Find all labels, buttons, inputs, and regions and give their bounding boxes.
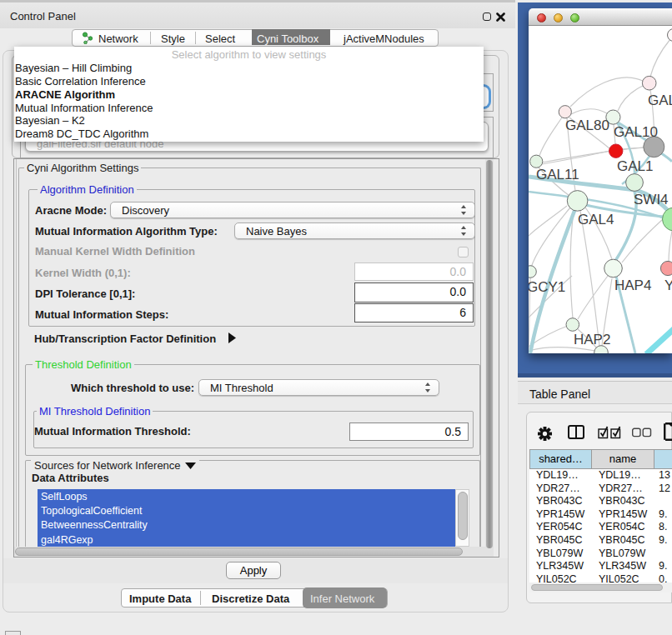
svg-text:GAL7: GAL7: [648, 92, 672, 108]
svg-text:HAP4: HAP4: [614, 278, 651, 293]
svg-text:GAL80: GAL80: [565, 118, 609, 133]
svg-text:GAL10: GAL10: [614, 124, 658, 140]
svg-text:GAL4: GAL4: [578, 212, 614, 228]
svg-text:SWI4: SWI4: [634, 192, 669, 208]
svg-text:GAL11: GAL11: [536, 167, 579, 182]
svg-text:GCY1: GCY1: [529, 279, 565, 295]
svg-text:GAL1: GAL1: [617, 158, 653, 174]
svg-text:HAP2: HAP2: [574, 332, 610, 348]
svg-text:YM: YM: [664, 278, 672, 293]
